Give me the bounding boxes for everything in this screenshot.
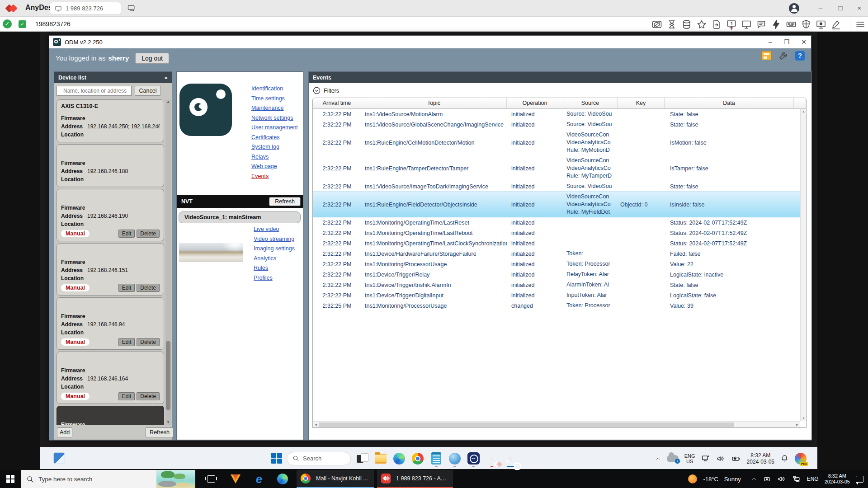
delete-button[interactable]: Delete <box>137 338 160 346</box>
scroll-down-icon[interactable]: ▼ <box>801 416 807 421</box>
chrome-icon[interactable] <box>410 450 425 468</box>
chat-icon[interactable] <box>756 19 767 30</box>
device-link-relays[interactable]: Relays <box>251 152 298 162</box>
odm-titlebar[interactable]: ODM v2.2.250 – ❐ ✕ <box>49 36 811 48</box>
file-transfer-icon[interactable] <box>711 19 722 30</box>
nvt-link-imaging-settings[interactable]: Imaging settings <box>254 244 295 254</box>
event-row[interactable]: 2:32:22 PMtns1:Device/Trigger/tnshik:Ala… <box>313 280 800 290</box>
event-row[interactable]: 2:32:22 PMtns1:Monitoring/OperatingTime/… <box>313 238 800 249</box>
cast-icon[interactable] <box>763 475 771 483</box>
column-header-topic[interactable]: Topic <box>361 98 507 108</box>
clock[interactable]: 8:32 AM2024-03-05 <box>825 473 850 485</box>
event-row[interactable]: 2:32:22 PMtns1:VideoSource/GlobalSceneCh… <box>313 119 800 130</box>
scroll-left-icon[interactable]: ◀ <box>313 422 319 428</box>
odm-close-button[interactable]: ✕ <box>801 38 807 46</box>
wrench-icon[interactable] <box>778 50 789 61</box>
session-duration-icon[interactable] <box>666 19 677 30</box>
nvt-link-video-streaming[interactable]: Video streaming <box>254 235 295 244</box>
device-link-web-page[interactable]: Web page <box>251 162 298 172</box>
event-row[interactable]: 2:32:22 PMtns1:Monitoring/ProcessorUsage… <box>313 259 800 269</box>
scrollbar-thumb[interactable] <box>319 422 734 427</box>
odm-minimize-button[interactable]: – <box>769 38 772 46</box>
filters-toggle[interactable]: Filters <box>313 87 339 94</box>
device-card[interactable]: FirmwareAddress192.168.246.106Location <box>57 406 164 425</box>
delete-button[interactable]: Delete <box>137 392 160 400</box>
tray-expand-icon[interactable] <box>751 476 757 482</box>
device-list-scrollbar[interactable]: ▲ ▼ <box>165 99 171 425</box>
monitor-select-icon[interactable] <box>726 19 737 30</box>
start-icon[interactable] <box>271 453 283 464</box>
column-header-arrival-time[interactable]: Arrival time <box>313 98 361 108</box>
event-row[interactable]: 2:32:22 PMtns1:Monitoring/OperatingTime/… <box>313 228 800 238</box>
device-link-events[interactable]: Events <box>251 172 298 182</box>
weather-temp[interactable]: -18°C <box>703 476 718 483</box>
device-card[interactable]: AXIS C1310-EFirmwareAddress192.168.246.2… <box>57 99 164 142</box>
fullscreen-icon[interactable] <box>741 19 752 30</box>
event-row[interactable]: 2:32:22 PMtns1:RuleEngine/FieldDetector/… <box>313 192 800 217</box>
nvt-link-analytics[interactable]: Analytics <box>254 254 295 264</box>
cancel-button[interactable]: Cancel <box>135 86 161 96</box>
column-header-key[interactable]: Key <box>618 98 665 108</box>
battery-icon[interactable] <box>731 454 741 463</box>
account-icon[interactable] <box>789 3 799 14</box>
host-search[interactable]: Type here to search <box>21 470 195 488</box>
start-icon[interactable] <box>0 470 21 488</box>
actions-icon[interactable] <box>771 19 782 30</box>
volume-icon[interactable] <box>777 474 786 483</box>
tray-expand-icon[interactable] <box>656 456 661 461</box>
nvt-refresh-button[interactable]: Refresh <box>269 197 301 206</box>
device-link-certificates[interactable]: Certificates <box>251 133 298 143</box>
device-link-network-settings[interactable]: Network settings <box>251 113 298 123</box>
device-card[interactable]: FirmwareAddress192.168.246.94LocationMan… <box>57 297 164 350</box>
action-center-icon[interactable] <box>856 476 863 483</box>
delete-button[interactable]: Delete <box>137 284 160 292</box>
collapse-panel-icon[interactable]: « <box>165 75 168 81</box>
speed-indicator-icon[interactable] <box>651 19 662 30</box>
scroll-right-icon[interactable]: ▶ <box>794 422 800 428</box>
device-card[interactable]: FirmwareAddress192.168.246.151LocationMa… <box>57 243 164 296</box>
edit-button[interactable]: Edit <box>118 338 135 346</box>
volume-icon[interactable] <box>716 454 725 463</box>
copilot-icon[interactable]: PRE <box>795 453 807 465</box>
scroll-up-icon[interactable]: ▲ <box>801 109 807 114</box>
events-horizontal-scrollbar[interactable]: ◀ ▶ <box>313 421 800 427</box>
scroll-down-icon[interactable]: ▼ <box>165 420 171 425</box>
odm-app-icon[interactable] <box>503 450 518 468</box>
event-row[interactable]: 2:32:22 PMtns1:Device/Trigger/Relayiniti… <box>313 269 800 280</box>
menu-icon[interactable] <box>850 19 865 30</box>
weather-desc[interactable]: Sunny <box>724 476 741 483</box>
event-row[interactable]: 2:32:22 PMtns1:Monitoring/OperatingTime/… <box>313 217 800 228</box>
network-icon[interactable] <box>792 474 801 483</box>
permissions-icon[interactable] <box>801 19 811 30</box>
device-link-time-settings[interactable]: Time settings <box>251 94 298 104</box>
device-link-system-log[interactable]: System log <box>251 142 298 152</box>
new-session-icon[interactable] <box>127 4 137 13</box>
event-row[interactable]: 2:32:22 PMtns1:VideoSource/ImageTooDark/… <box>313 181 800 192</box>
network-icon[interactable] <box>701 454 710 463</box>
edge-icon[interactable] <box>273 470 292 488</box>
taskbar-search[interactable]: Search <box>287 452 351 465</box>
minimize-button[interactable]: – <box>814 3 827 14</box>
column-header-data[interactable]: Data <box>665 98 794 108</box>
delete-button[interactable]: Delete <box>137 230 160 238</box>
add-device-button[interactable]: Add <box>57 427 72 437</box>
skype-icon[interactable] <box>448 450 462 468</box>
edit-button[interactable]: Edit <box>118 284 135 292</box>
nvt-link-live-video[interactable]: Live video <box>254 225 295 235</box>
logout-button[interactable]: Log out <box>135 53 169 64</box>
teamviewer-icon[interactable] <box>466 450 481 468</box>
session-tab[interactable]: 1 989 823 726 <box>50 2 121 15</box>
session-log-icon[interactable] <box>681 19 692 30</box>
task-view-icon[interactable] <box>202 470 221 488</box>
notifications-icon[interactable] <box>780 454 789 463</box>
device-link-user-management[interactable]: User management <box>251 123 298 133</box>
scroll-up-icon[interactable]: ▲ <box>165 99 171 105</box>
event-row[interactable]: 2:32:22 PMtns1:Device/Trigger/DigitalInp… <box>313 290 800 300</box>
onedrive-icon[interactable] <box>667 455 679 462</box>
help-icon[interactable]: ? <box>795 51 805 61</box>
internet-explorer-icon[interactable]: e <box>250 470 269 488</box>
scrollbar-thumb[interactable] <box>166 341 170 410</box>
v-shield-icon[interactable] <box>226 470 245 488</box>
nvt-link-profiles[interactable]: Profiles <box>254 273 295 283</box>
events-vertical-scrollbar[interactable]: ▲ ▼ <box>800 109 806 421</box>
